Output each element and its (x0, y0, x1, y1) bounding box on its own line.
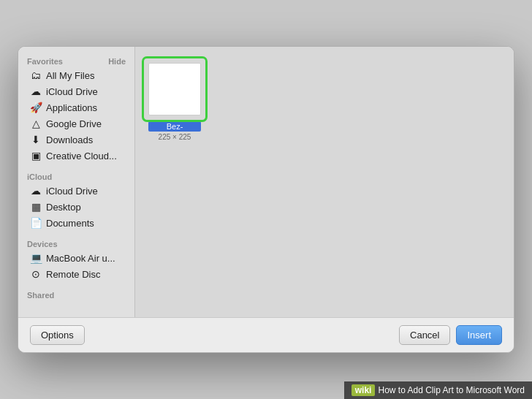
watermark-bar: wiki How to Add Clip Art to Microsoft Wo… (344, 381, 532, 399)
sidebar-item-label: MacBook Air u... (46, 253, 115, 264)
file-item[interactable]: Bez- 225 × 225 (145, 57, 204, 144)
sidebar-item-label: Google Drive (46, 118, 102, 129)
documents-icon: 📄 (30, 217, 42, 229)
file-grid: Bez- 225 × 225 (142, 54, 506, 147)
file-thumbnail (148, 63, 201, 115)
sidebar-item-label: Documents (46, 218, 94, 229)
sidebar-item-creative-cloud[interactable]: ▣ Creative Cloud... (21, 148, 132, 164)
file-label: Bez- (148, 121, 201, 132)
sidebar-item-icloud-drive-fav[interactable]: ☁ iCloud Drive (21, 83, 132, 99)
google-drive-icon: △ (30, 118, 42, 129)
devices-label: Devices (27, 240, 58, 248)
sidebar-item-downloads[interactable]: ⬇ Downloads (21, 132, 132, 148)
favorites-section: Favorites Hide (18, 54, 134, 67)
sidebar-item-desktop[interactable]: ▦ Desktop (21, 199, 132, 215)
sidebar-item-label: Creative Cloud... (46, 151, 117, 162)
sidebar-item-label: Desktop (46, 202, 81, 213)
footer-left: Options (30, 325, 85, 345)
desktop-icon: ▦ (30, 201, 42, 213)
file-dimensions: 225 × 225 (159, 133, 191, 141)
sidebar-item-icloud-drive[interactable]: ☁ iCloud Drive (21, 183, 132, 199)
sidebar-item-label: Remote Disc (46, 269, 100, 280)
icloud-drive-fav-icon: ☁ (30, 86, 42, 97)
dialog-footer: Options Cancel Insert (18, 317, 514, 352)
sidebar-item-label: iCloud Drive (46, 86, 98, 97)
sidebar-item-label: Downloads (46, 134, 93, 145)
sidebar-item-applications[interactable]: 🚀 Applications (21, 99, 132, 115)
file-thumbnail-container (145, 60, 204, 118)
sidebar-item-macbook[interactable]: 💻 MacBook Air u... (21, 250, 132, 266)
cancel-button[interactable]: Cancel (399, 325, 450, 345)
sidebar-item-label: iCloud Drive (46, 186, 98, 197)
sidebar-item-documents[interactable]: 📄 Documents (21, 215, 132, 231)
sidebar-item-all-my-files[interactable]: 🗂 All My Files (21, 67, 132, 83)
devices-section: Devices (18, 237, 134, 250)
icloud-label: iCloud (27, 172, 52, 181)
insert-picture-dialog: Favorites Hide 🗂 All My Files ☁ iCloud D… (18, 46, 514, 353)
downloads-icon: ⬇ (30, 134, 42, 145)
main-content: Bez- 225 × 225 (135, 47, 514, 317)
creative-cloud-icon: ▣ (30, 150, 42, 162)
dialog-body: Favorites Hide 🗂 All My Files ☁ iCloud D… (18, 47, 514, 317)
shared-label: Shared (27, 291, 54, 300)
sidebar-item-label: Applications (46, 102, 97, 113)
options-button[interactable]: Options (30, 325, 85, 345)
macbook-icon: 💻 (30, 252, 42, 264)
insert-button[interactable]: Insert (456, 325, 502, 345)
icloud-drive-icon: ☁ (30, 185, 42, 197)
icloud-section: iCloud (18, 170, 134, 183)
remote-disc-icon: ⊙ (30, 268, 42, 280)
sidebar-item-google-drive[interactable]: △ Google Drive (21, 115, 132, 132)
shared-section: Shared (18, 288, 134, 301)
sidebar-item-remote-disc[interactable]: ⊙ Remote Disc (21, 266, 132, 282)
applications-icon: 🚀 (30, 102, 42, 113)
wiki-logo: wiki (352, 384, 376, 396)
watermark-text: How to Add Clip Art to Microsoft Word (378, 385, 525, 395)
footer-right: Cancel Insert (399, 325, 502, 345)
hide-link[interactable]: Hide (108, 57, 126, 66)
favorites-label: Favorites (27, 57, 63, 66)
sidebar-item-label: All My Files (46, 70, 94, 81)
sidebar: Favorites Hide 🗂 All My Files ☁ iCloud D… (18, 47, 135, 317)
all-my-files-icon: 🗂 (30, 69, 42, 81)
